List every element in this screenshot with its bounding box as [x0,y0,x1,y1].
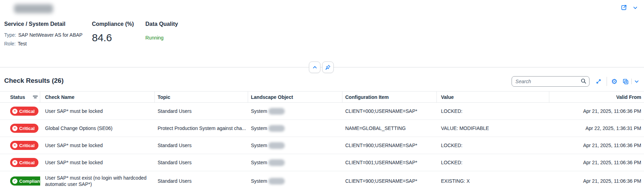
column-header-status[interactable]: Status [0,92,40,102]
check-name-cell: User SAP* must be locked [40,103,155,120]
column-header-value[interactable]: Value [437,92,549,102]
status-badge-label: Critical [19,160,35,165]
check-name-cell: User SAP* must be locked [40,137,155,154]
status-cell: ✕ Critical [0,154,40,171]
search-field [512,76,589,87]
table-header-row: Status Check Name Topic Landscape Object… [0,91,644,103]
role-value: Test [18,41,27,46]
header-menu-chevron-down-icon[interactable] [633,5,638,10]
status-sort-icon[interactable] [33,96,38,98]
status-badge-label: Critical [19,126,35,131]
valid-from-cell: Apr 21, 2025, 11:06:36 PM [549,103,644,120]
column-header-label: Configuration Item [345,94,389,100]
redacted-system-name [268,159,285,166]
copy-export-icon[interactable] [622,78,629,85]
role-label: Role: [4,41,16,46]
column-header-label: Topic [158,94,170,100]
kpi-service-system-detail: Service / System Detail Type:SAP NetWeav… [4,21,82,46]
value-cell: VALUE: MODIFIABLE [437,120,549,137]
landscape-object-cell: System [248,103,342,120]
configuration-item-cell: CLIENT=001;USERNAME=SAP* [342,154,437,171]
toolbar-separator [607,77,607,86]
landscape-object-cell: System [248,154,342,171]
column-header-label: Value [441,94,454,100]
status-badge-label: Critical [19,143,35,148]
column-header-configuration-item[interactable]: Configuration Item [342,92,437,102]
status-badge: ✕ Critical [10,141,38,150]
status-badge: ✕ Critical [10,158,38,167]
status-cell: ✓ Compliant [0,171,40,188]
value-cell: LOCKED: [437,103,549,120]
status-badge: ✕ Critical [10,124,38,133]
landscape-object-cell: System [248,120,342,137]
search-icon[interactable] [580,78,587,86]
column-header-label: Status [10,94,25,100]
column-header-topic[interactable]: Topic [155,92,248,102]
column-header-valid-from[interactable]: Valid From [549,92,644,102]
header-collapse-bar [309,62,334,73]
compliance-value: 84.6 [92,32,134,44]
type-field: Type:SAP NetWeaver AS for ABAP [4,32,82,38]
configuration-item-cell: CLIENT=900;USERNAME=SAP* [342,171,437,188]
column-header-label: Valid From [616,94,641,100]
table-row[interactable]: ✕ Critical User SAP* must be locked Stan… [0,103,644,120]
pushpin-icon [325,64,331,70]
redacted-system-name [268,142,285,149]
status-badge-label: Compliant [19,179,40,184]
check-name-cell: User SAP* must be locked [40,154,155,171]
table-row[interactable]: ✕ Critical User SAP* must be locked Stan… [0,137,644,154]
valid-from-cell: Apr 21, 2025, 11:06:36 PM [549,154,644,171]
status-badge: ✕ Critical [10,107,38,116]
configuration-item-cell: CLIENT=900;USERNAME=SAP* [342,137,437,154]
status-badge-icon: ✕ [12,143,17,148]
topic-cell: Standard Users [155,171,248,188]
table-title: Check Results (26) [4,77,64,85]
kpi-label: Data Quality [145,21,178,27]
kpi-data-quality: Data Quality Running [145,21,178,41]
status-badge: ✓ Compliant [10,176,40,186]
expand-fullscreen-icon[interactable] [595,78,602,85]
kpi-label: Service / System Detail [4,21,82,27]
landscape-object-cell: System [248,171,342,188]
settings-gear-icon[interactable]: ⚙ [611,78,617,85]
redacted-system-name [268,108,285,115]
search-input[interactable] [512,76,589,87]
topic-cell: Standard Users [155,154,248,171]
status-badge-icon: ✕ [12,160,17,165]
status-cell: ✕ Critical [0,103,40,120]
toolbar-separator-small [631,79,632,84]
topic-cell: Standard Users [155,137,248,154]
table-row[interactable]: ✕ Critical Global Change Options (SE06) … [0,120,644,137]
data-quality-status: Running [145,35,178,41]
status-cell: ✕ Critical [0,120,40,137]
valid-from-cell: Apr 21, 2025, 11:06:36 PM [549,171,644,188]
value-cell: LOCKED: [437,137,549,154]
collapse-header-button[interactable] [309,62,320,73]
table-body: ✕ Critical User SAP* must be locked Stan… [0,103,644,188]
check-results-panel: Check Results (26) ⚙ [0,68,644,188]
page-title-redacted [14,4,53,13]
column-header-check-name[interactable]: Check Name [40,92,155,102]
pin-header-button[interactable] [322,62,334,73]
configuration-item-cell: NAME=GLOBAL_SETTING [342,120,437,137]
column-header-label: Landscape Object [251,94,293,100]
column-header-landscape-object[interactable]: Landscape Object [248,92,342,102]
app-window: Service / System Detail Type:SAP NetWeav… [0,0,644,188]
topic-cell: Protect Production System against cha... [155,120,248,137]
status-cell: ✕ Critical [0,137,40,154]
configuration-item-cell: CLIENT=000;USERNAME=SAP* [342,103,437,120]
type-value: SAP NetWeaver AS for ABAP [18,32,82,38]
role-field: Role:Test [4,41,82,46]
valid-from-cell: Apr 21, 2025, 11:06:36 PM [549,137,644,154]
table-toolbar: ⚙ [512,76,639,87]
redacted-system-name [268,125,285,132]
chevron-up-icon [312,65,317,70]
kpi-compliance: Compliance (%) 84.6 [92,21,134,44]
status-badge-icon: ✓ [12,179,17,184]
status-badge-icon: ✕ [12,126,17,131]
share-icon[interactable] [621,4,627,11]
check-name-cell: Global Change Options (SE06) [40,120,155,137]
table-row[interactable]: ✓ Compliant User SAP* must exist (no log… [0,171,644,188]
table-row[interactable]: ✕ Critical User SAP* must be locked Stan… [0,154,644,171]
table-menu-chevron-down-icon[interactable] [634,79,639,84]
